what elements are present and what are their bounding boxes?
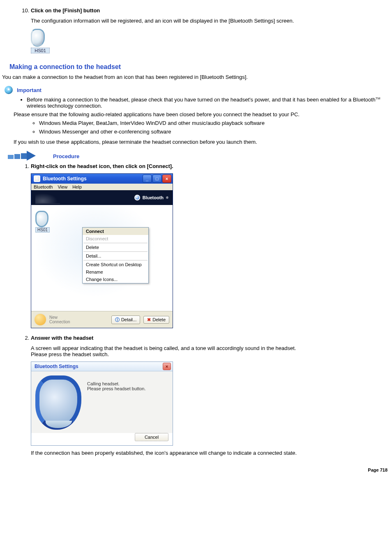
proc-step-1: Right-click on the headset icon, then cl… — [31, 163, 390, 328]
bluetooth-settings-window: Bluetooth Settings _ □ × Bluetooth View … — [31, 173, 173, 328]
procedure-heading: Procedure — [8, 152, 390, 161]
proc-step-2: Answer with the headset A screen will ap… — [31, 335, 390, 456]
procedure-arrow-icon — [8, 152, 41, 161]
detail-button-label: Detail... — [121, 317, 136, 322]
new-line2: Connection — [49, 320, 70, 324]
new-connection-icon[interactable] — [35, 314, 46, 325]
bluetooth-brand: Bluetooth® — [134, 195, 168, 200]
ctx-rename[interactable]: Rename — [83, 268, 148, 276]
delete-button[interactable]: ✖Delete — [143, 316, 169, 324]
info-icon: ⓘ — [115, 317, 120, 323]
proc-step2-after: If the connection has been properly esta… — [31, 450, 390, 456]
menu-help[interactable]: Help — [72, 184, 82, 189]
close-button[interactable]: × — [162, 175, 171, 183]
important-bullet-text-pre: Before making a connection to the headse… — [27, 97, 376, 103]
ctx-disconnect: Disconnect — [83, 235, 148, 242]
context-menu[interactable]: Connect Disconnect Delete Detail... Crea… — [82, 227, 149, 283]
important-label: Important — [17, 87, 42, 93]
headset-icon — [31, 29, 45, 47]
ctx-create-shortcut[interactable]: Create Shortcut on Desktop — [83, 261, 148, 268]
window-toolbar: New Connection ⓘDetail... ✖Delete — [31, 311, 173, 328]
hs01-figure: HS01 — [31, 29, 390, 53]
important-heading: Important — [5, 86, 390, 94]
calling-dialog: Bluetooth Settings × Calling headset. Pl… — [31, 362, 173, 446]
bluetooth-brand-text: Bluetooth — [143, 195, 164, 200]
hs01-label: HS01 — [31, 48, 50, 53]
app-item-2: Windows Messenger and other e-conferenci… — [39, 129, 390, 135]
proc-step2-title: Answer with the headset — [31, 335, 390, 341]
window-title: Bluetooth Settings — [43, 176, 140, 182]
menu-view[interactable]: View — [58, 184, 67, 189]
proc-step1-title: Right-click on the headset icon, then cl… — [31, 163, 390, 169]
section-heading: Making a connection to the headset — [9, 63, 390, 71]
procedure-label: Procedure — [53, 153, 79, 159]
x-icon: ✖ — [147, 317, 151, 322]
app-item-1: Windows Media Player, BeatJam, InterVide… — [39, 120, 390, 126]
menu-bar[interactable]: Bluetooth View Help — [31, 184, 173, 190]
tm-mark: TM — [376, 97, 380, 100]
new-line1: New — [49, 315, 58, 320]
important-bullet: Before making a connection to the headse… — [27, 97, 390, 109]
star-icon — [5, 86, 13, 94]
device-area[interactable]: HS01 Connect Disconnect Delete Detail...… — [31, 205, 173, 311]
bluetooth-logo-icon — [134, 195, 140, 200]
section-intro: You can make a connection to the headset… — [2, 74, 390, 80]
device-label: HS01 — [35, 227, 50, 233]
ensure-text: Please ensure that the following audio-r… — [14, 111, 390, 117]
cancel-button[interactable]: Cancel — [135, 433, 168, 441]
ctx-delete[interactable]: Delete — [83, 244, 148, 251]
proc-step2-body: A screen will appear indicating that the… — [31, 345, 390, 357]
step10-body: The configuration information will be re… — [31, 18, 390, 24]
step-10: Click on the [Finish] button The configu… — [31, 7, 390, 53]
delete-button-label: Delete — [152, 317, 166, 322]
detail-button[interactable]: ⓘDetail... — [111, 315, 140, 324]
maximize-button[interactable]: □ — [152, 175, 161, 183]
important-bullet-text-post: wireless technology connection. — [27, 103, 102, 109]
ctx-sep — [83, 251, 148, 252]
dialog-title: Bluetooth Settings — [35, 364, 78, 369]
new-connection-label[interactable]: New Connection — [49, 315, 70, 324]
headset-large-icon — [35, 375, 81, 430]
ctx-connect[interactable]: Connect — [83, 228, 148, 235]
step10-title: Click on the [Finish] button — [31, 7, 390, 14]
menu-bluetooth[interactable]: Bluetooth — [34, 184, 53, 189]
brand-bar: Bluetooth® — [31, 190, 173, 205]
ctx-change-icons[interactable]: Change Icons... — [83, 276, 148, 283]
ctx-sep — [83, 243, 148, 243]
dialog-titlebar[interactable]: Bluetooth Settings × — [31, 362, 173, 371]
brand-decoration — [35, 192, 60, 204]
window-app-icon — [34, 175, 40, 182]
window-titlebar[interactable]: Bluetooth Settings _ □ × — [31, 174, 173, 184]
page-footer: Page 718 — [2, 467, 390, 472]
ctx-sep — [83, 260, 148, 260]
terminate-note: If you wish to use these applications, p… — [14, 139, 390, 145]
dialog-message: Calling headset. Please press headset bu… — [87, 375, 145, 430]
headset-icon — [35, 211, 48, 227]
dialog-close-button[interactable]: × — [163, 363, 171, 370]
ctx-detail[interactable]: Detail... — [83, 252, 148, 260]
minimize-button[interactable]: _ — [143, 175, 152, 183]
